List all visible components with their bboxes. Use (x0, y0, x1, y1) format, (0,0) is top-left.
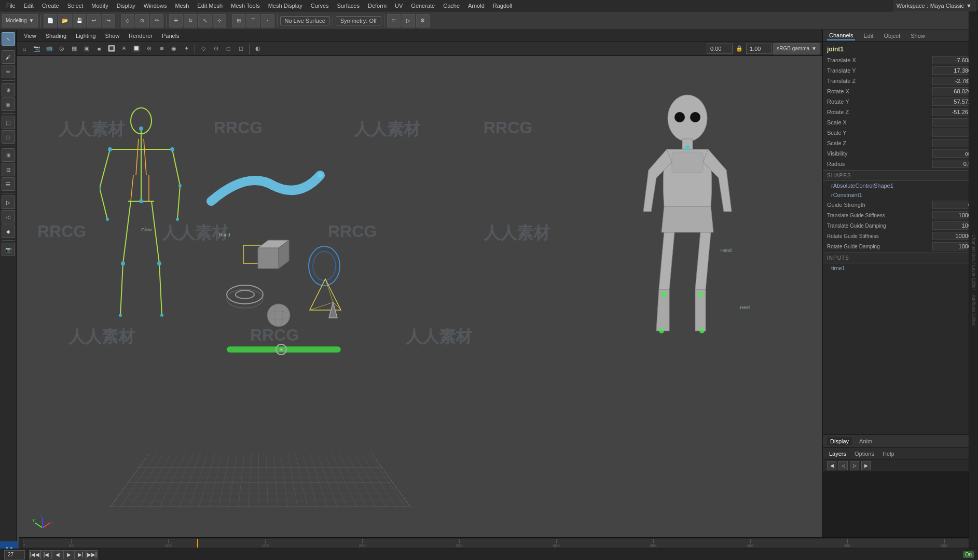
menu-create[interactable]: Create (38, 2, 63, 10)
layer-fwd-btn[interactable]: ▶ (861, 461, 871, 470)
menu-display[interactable]: Display (113, 2, 140, 10)
symmetry-btn[interactable]: Symmetry: Off (336, 16, 381, 25)
menu-surfaces[interactable]: Surfaces (333, 2, 364, 10)
prop-scale-x[interactable]: Scale X 1 (823, 117, 978, 128)
play-fwd-btn[interactable]: ▶ (63, 550, 75, 559)
menu-curves[interactable]: Curves (307, 2, 333, 10)
vp-menu-panels[interactable]: Panels (158, 32, 184, 40)
select-tool-btn[interactable]: ◇ (121, 14, 134, 27)
redo-btn[interactable]: ↪ (102, 14, 115, 27)
vp-lock-btn[interactable]: 🔒 (734, 43, 745, 54)
outliner-btn[interactable]: ☰ (2, 177, 15, 191)
menu-deform[interactable]: Deform (364, 2, 391, 10)
tab-layers[interactable]: Layers (827, 450, 848, 457)
layer-fwd-step-btn[interactable]: ▷ (850, 461, 859, 470)
menu-file[interactable]: File (2, 2, 20, 10)
vp-menu-lighting[interactable]: Lighting (72, 32, 100, 40)
render-region-btn[interactable]: □ (387, 14, 401, 27)
prop-rotate-z[interactable]: Rotate Z -51.261 (823, 107, 978, 117)
prop-trans-guide-stiff[interactable]: Translate Guide Stiffness 1000 (823, 210, 978, 220)
mode-dropdown[interactable]: Modeling ▼ (2, 14, 38, 27)
step-back-left-btn[interactable]: ◁ (2, 210, 15, 223)
rotate-tool-btn[interactable]: ↻ (184, 14, 197, 27)
prop-visibility[interactable]: Visibility on (823, 148, 978, 159)
menu-generate[interactable]: Generate (407, 2, 439, 10)
prop-translate-x[interactable]: Translate X -7.608 (823, 55, 978, 65)
tab-display[interactable]: Display (827, 437, 852, 445)
timeline-playhead[interactable] (197, 539, 198, 548)
vp-value2-input[interactable] (746, 44, 772, 54)
menu-cache[interactable]: Cache (439, 2, 464, 10)
prop-rotate-y[interactable]: Rotate Y 57.571 (823, 96, 978, 107)
vp-select-btn[interactable]: ◇ (198, 43, 209, 54)
show-hide-btn[interactable]: ◎ (2, 97, 15, 111)
menu-mesh-tools[interactable]: Mesh Tools (227, 2, 264, 10)
add-attr-btn[interactable]: ⊞ (2, 148, 15, 162)
menu-select[interactable]: Select (63, 2, 88, 10)
prop-radius[interactable]: Radius 0.5 (823, 159, 978, 169)
vp-shadow-btn[interactable]: 🔲 (131, 43, 142, 54)
vp-texture-btn[interactable]: 🔳 (106, 43, 117, 54)
soft-select-btn[interactable]: ◌ (2, 130, 15, 144)
marquee-select-btn[interactable]: ⬚ (2, 116, 15, 129)
skip-start-btn[interactable]: |◀◀ (29, 550, 40, 559)
vp-menu-view[interactable]: View (20, 32, 40, 40)
prop-scale-y[interactable]: Scale Y 1 (823, 128, 978, 138)
vp-paint-btn[interactable]: □ (223, 43, 234, 54)
vp-wire-btn[interactable]: ▦ (68, 43, 80, 54)
vp-dof-btn[interactable]: ◉ (168, 43, 180, 54)
vp-cam-btn[interactable]: 📷 (31, 43, 43, 54)
tab-edit[interactable]: Edit (861, 32, 875, 40)
universal-manipulator-btn[interactable]: ⊹ (213, 14, 226, 27)
snap-curve-btn[interactable]: ⌒ (246, 14, 260, 27)
skip-end-btn[interactable]: ▶▶| (86, 550, 98, 559)
prop-trans-guide-damp[interactable]: Translate Guide Damping 100 (823, 220, 978, 231)
tab-object[interactable]: Object (881, 32, 902, 40)
timeline-bar[interactable]: 27 50 100 150 200 250 300 350 400 450 50… (23, 539, 978, 548)
vp-menu-show[interactable]: Show (101, 32, 124, 40)
prop-translate-z[interactable]: Translate Z -2.783 (823, 76, 978, 86)
vp-menu-renderer[interactable]: Renderer (125, 32, 157, 40)
save-scene-btn[interactable]: 💾 (73, 14, 86, 27)
current-frame-input[interactable] (4, 550, 25, 559)
sculpt-btn[interactable]: ✏ (2, 65, 15, 78)
vp-lasso-btn[interactable]: ⊙ (210, 43, 222, 54)
paint-select-btn[interactable]: ✏ (150, 14, 163, 27)
render-cam-btn[interactable]: 📷 (2, 243, 15, 256)
menu-arnold[interactable]: Arnold (464, 2, 489, 10)
menu-modify[interactable]: Modify (87, 2, 112, 10)
tab-anim[interactable]: Anim (856, 437, 875, 445)
attribute-editor-vert-label[interactable]: Attribute Editor (971, 295, 976, 326)
menu-uv[interactable]: UV (391, 2, 407, 10)
tab-help[interactable]: Help (880, 450, 897, 457)
step-back-btn[interactable]: |◀ (40, 550, 52, 559)
input-time1[interactable]: time1 (823, 263, 978, 273)
vp-menu-shading[interactable]: Shading (42, 32, 71, 40)
connection-editor-btn[interactable]: ⊟ (2, 163, 15, 176)
play-back-btn[interactable]: ◀ (52, 550, 63, 559)
vp-ssao-btn[interactable]: ✦ (181, 43, 192, 54)
prop-scale-z[interactable]: Scale Z 1 (823, 138, 978, 148)
timeline[interactable]: 27 50 100 150 200 250 300 350 400 450 50… (19, 537, 978, 549)
prop-translate-y[interactable]: Translate Y 17.386 (823, 65, 978, 76)
workspace-selector[interactable]: Workspace : Maya Classic ▼ (892, 0, 976, 11)
step-fwd-left-btn[interactable]: ▷ (2, 195, 15, 209)
channel-box-vert-label[interactable]: Channel Box / Layer Editor (971, 234, 976, 290)
menu-ragdoll[interactable]: Ragdoll (489, 2, 516, 10)
layer-back-step-btn[interactable]: ◁ (838, 461, 848, 470)
menu-mesh[interactable]: Mesh (171, 2, 193, 10)
vp-box-btn[interactable]: ◻ (235, 43, 246, 54)
prop-guide-strength[interactable]: Guide Strength 0 (823, 200, 978, 210)
no-live-surface-btn[interactable]: No Live Surface (280, 16, 330, 25)
menu-mesh-display[interactable]: Mesh Display (264, 2, 307, 10)
vp-anim-btn[interactable]: ◐ (252, 43, 264, 54)
vp-solid-btn[interactable]: ■ (93, 43, 105, 54)
menu-edit-mesh[interactable]: Edit Mesh (193, 2, 227, 10)
new-scene-btn[interactable]: 📄 (44, 14, 57, 27)
vp-value1-input[interactable] (707, 44, 733, 54)
paint-effects-btn[interactable]: 🖌 (2, 50, 15, 64)
snap-obj-btn[interactable]: ⊕ (2, 83, 15, 96)
prop-rot-guide-damp[interactable]: Rotate Guide Damping 1000 (823, 241, 978, 251)
menu-windows[interactable]: Windows (140, 2, 171, 10)
render-options-btn[interactable]: ⚙ (416, 14, 430, 27)
